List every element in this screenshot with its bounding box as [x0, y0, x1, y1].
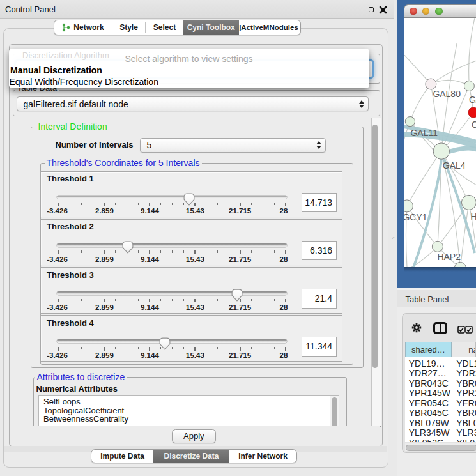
svg-text:H: H: [470, 211, 476, 222]
svg-text:GAL80: GAL80: [433, 89, 461, 99]
svg-text:GAL11: GAL11: [410, 127, 438, 137]
svg-text:C: C: [472, 119, 476, 130]
svg-text:HAP2: HAP2: [437, 251, 461, 261]
svg-text:GAL4: GAL4: [442, 160, 465, 171]
svg-text:GA: GA: [468, 95, 475, 105]
svg-text:GCY1: GCY1: [404, 212, 427, 222]
